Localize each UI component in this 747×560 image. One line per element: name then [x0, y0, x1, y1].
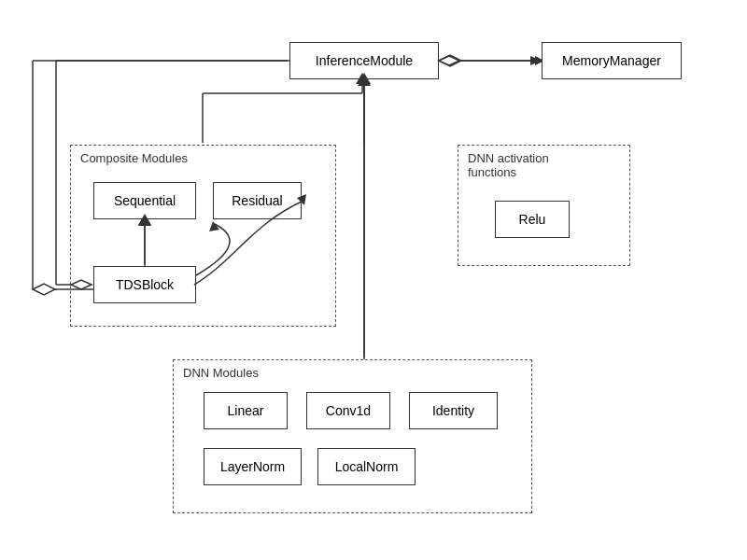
- tds-block-label: TDSBlock: [116, 277, 174, 292]
- memory-manager-label: MemoryManager: [562, 53, 661, 68]
- linear-label: Linear: [228, 403, 264, 418]
- tds-block-box: TDSBlock: [93, 266, 196, 303]
- linear-box: Linear: [204, 392, 288, 429]
- dnn-modules-group: DNN Modules: [173, 359, 532, 513]
- inference-module-box: InferenceModule: [289, 42, 439, 79]
- local-norm-box: LocalNorm: [317, 448, 416, 485]
- sequential-box: Sequential: [93, 182, 196, 219]
- svg-marker-1: [439, 55, 461, 66]
- svg-marker-14: [439, 56, 459, 65]
- svg-marker-8: [33, 284, 55, 295]
- relu-label: Relu: [519, 212, 546, 227]
- dnn-activation-label: DNN activation functions: [468, 151, 549, 179]
- dnn-modules-label: DNN Modules: [183, 366, 259, 380]
- local-norm-label: LocalNorm: [335, 459, 399, 474]
- inference-module-label: InferenceModule: [316, 53, 413, 68]
- sequential-label: Sequential: [114, 193, 176, 208]
- diagram: InferenceModule MemoryManager Composite …: [0, 0, 747, 560]
- residual-box: Residual: [213, 182, 302, 219]
- layer-norm-label: LayerNorm: [220, 459, 285, 474]
- svg-marker-16: [530, 56, 542, 65]
- conv1d-label: Conv1d: [326, 403, 371, 418]
- layer-norm-box: LayerNorm: [204, 448, 302, 485]
- memory-manager-box: MemoryManager: [542, 42, 682, 79]
- composite-modules-label: Composite Modules: [80, 151, 188, 165]
- identity-box: Identity: [409, 392, 498, 429]
- relu-box: Relu: [495, 201, 570, 238]
- residual-label: Residual: [232, 193, 282, 208]
- conv1d-box: Conv1d: [306, 392, 390, 429]
- identity-label: Identity: [432, 403, 474, 418]
